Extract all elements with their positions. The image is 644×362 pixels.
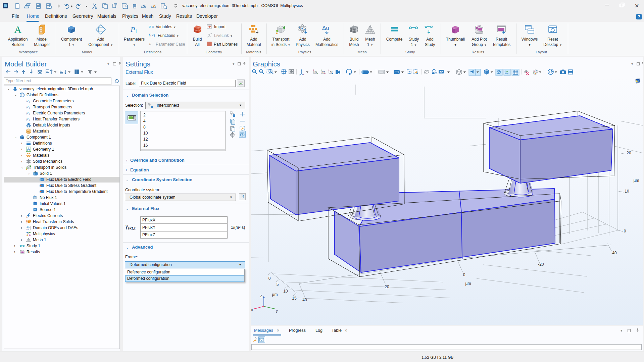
svg-text:P: P	[26, 111, 29, 115]
svg-text:xy: xy	[314, 70, 317, 73]
svg-text:-40: -40	[611, 251, 617, 255]
svg-text:+: +	[26, 216, 28, 218]
svg-text:20: 20	[627, 151, 631, 155]
svg-text:(×): (×)	[150, 33, 155, 37]
svg-text:z: z	[260, 294, 262, 298]
svg-text:x: x	[251, 308, 253, 312]
svg-text:µm: µm	[465, 281, 471, 286]
svg-text:P: P	[130, 25, 135, 34]
svg-text:yz: yz	[322, 70, 325, 73]
svg-text:20: 20	[385, 285, 389, 289]
svg-text:xz: xz	[330, 70, 333, 73]
svg-text:-20: -20	[538, 262, 544, 267]
svg-text:i: i	[29, 107, 30, 110]
svg-text:i: i	[29, 119, 30, 122]
svg-text:D: D	[34, 201, 36, 203]
svg-text:i: i	[136, 29, 137, 34]
svg-text:µm: µm	[634, 178, 639, 183]
svg-text:40: 40	[302, 298, 307, 302]
svg-text:10: 10	[625, 189, 629, 194]
svg-text:dt: dt	[27, 228, 29, 230]
svg-text:Δu: Δu	[322, 25, 329, 31]
svg-text:µm: µm	[272, 292, 278, 297]
svg-text:P: P	[26, 117, 29, 121]
svg-text:5: 5	[277, 282, 279, 287]
svg-text:A: A	[14, 24, 21, 35]
svg-text:P: P	[26, 99, 29, 103]
svg-text:i: i	[29, 101, 30, 104]
svg-text:P: P	[149, 42, 151, 46]
svg-text:i: i	[29, 113, 30, 116]
svg-text:0: 0	[624, 229, 626, 234]
svg-text:0: 0	[463, 272, 465, 277]
svg-text:y: y	[276, 309, 278, 313]
svg-text:_: _	[29, 216, 31, 218]
svg-text:D: D	[35, 171, 36, 173]
svg-text:a: a	[149, 24, 151, 29]
svg-text:15: 15	[292, 296, 297, 301]
svg-text:P: P	[26, 105, 29, 109]
svg-text:0: 0	[268, 276, 271, 281]
svg-text:10: 10	[283, 289, 288, 294]
svg-text:i: i	[152, 44, 152, 47]
svg-text:D: D	[34, 195, 36, 197]
